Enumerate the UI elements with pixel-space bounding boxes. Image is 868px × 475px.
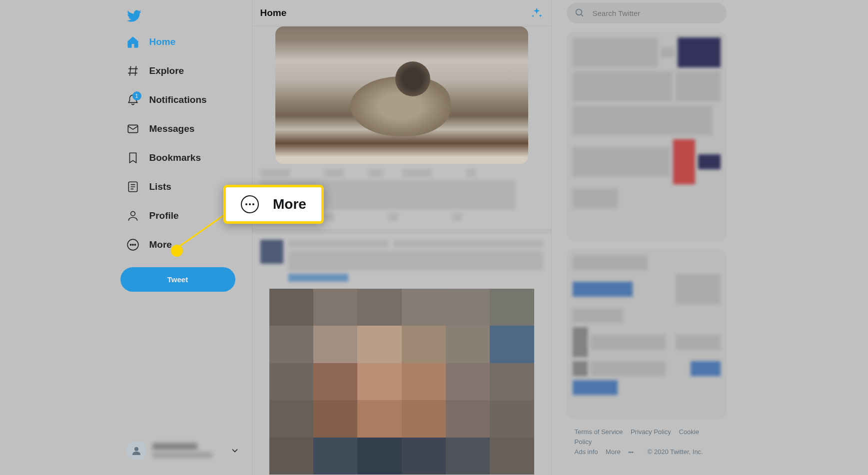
sidebar-item-notifications[interactable]: 1 Notifications — [120, 87, 213, 112]
nav-label-bookmarks: Bookmarks — [149, 152, 201, 163]
more-circle-icon — [126, 238, 139, 251]
main-header: Home — [252, 0, 551, 26]
home-icon — [126, 35, 139, 48]
dots-icon: ••• — [628, 448, 634, 458]
sidebar: Home Explore 1 Notifications Messa — [114, 0, 252, 475]
bird-icon — [126, 8, 141, 23]
callout-anchor-dot — [171, 245, 183, 257]
svg-point-5 — [132, 244, 133, 245]
footer-terms[interactable]: Terms of Service — [575, 428, 623, 436]
list-icon — [126, 180, 139, 193]
sidebar-item-explore[interactable]: Explore — [120, 58, 190, 83]
tweet-button[interactable]: Tweet — [120, 267, 235, 292]
follow-widget-redacted — [567, 249, 727, 419]
nav-label-notifications: Notifications — [149, 94, 207, 105]
tweet-2 — [252, 234, 551, 475]
sidebar-item-more[interactable]: More — [120, 232, 178, 257]
account-info — [152, 443, 230, 458]
nav-label-explore: Explore — [149, 65, 184, 76]
callout-more-highlight: More — [223, 185, 324, 224]
sidebar-item-bookmarks[interactable]: Bookmarks — [120, 145, 207, 170]
account-handle-redacted — [152, 452, 212, 458]
notification-badge: 1 — [132, 91, 141, 100]
tweet-image-dog[interactable] — [275, 26, 528, 164]
svg-rect-0 — [128, 125, 138, 132]
svg-point-4 — [130, 244, 131, 245]
account-switcher[interactable] — [120, 435, 246, 467]
tweet-avatar-redacted — [260, 240, 283, 264]
tweet-divider — [252, 229, 551, 234]
twitter-logo[interactable] — [120, 2, 145, 27]
sidebar-item-home[interactable]: Home — [120, 29, 182, 54]
trends-widget-redacted — [567, 31, 727, 241]
nav-label-profile: Profile — [149, 210, 179, 221]
avatar — [126, 441, 146, 461]
sparkle-icon[interactable] — [530, 6, 543, 19]
footer-privacy[interactable]: Privacy Policy — [631, 428, 671, 436]
right-column: Terms of Service Privacy Policy Cookie P… — [552, 0, 727, 475]
callout-label: More — [273, 196, 306, 212]
page-title: Home — [260, 7, 287, 18]
more-circle-icon — [241, 195, 259, 213]
bookmark-icon — [126, 151, 139, 164]
search-box[interactable] — [567, 2, 727, 23]
bell-icon: 1 — [126, 93, 139, 106]
chevron-down-icon — [230, 446, 240, 456]
search-icon — [575, 8, 585, 18]
nav-label-home: Home — [149, 36, 176, 47]
svg-point-6 — [134, 244, 135, 245]
svg-point-7 — [134, 447, 138, 451]
search-input[interactable] — [593, 9, 719, 17]
footer-links: Terms of Service Privacy Policy Cookie P… — [567, 427, 727, 458]
svg-point-2 — [130, 211, 135, 216]
tweet-image-person-redacted[interactable] — [269, 289, 534, 475]
hash-icon — [126, 64, 139, 77]
nav-label-more: More — [149, 239, 172, 250]
footer-copyright: © 2020 Twitter, Inc. — [648, 448, 703, 456]
account-name-redacted — [152, 443, 197, 450]
main-column: Home — [252, 0, 552, 475]
nav-label-messages: Messages — [149, 123, 195, 134]
footer-ads[interactable]: Ads info — [575, 448, 598, 456]
sidebar-item-messages[interactable]: Messages — [120, 116, 201, 141]
svg-point-8 — [576, 9, 582, 15]
person-icon — [126, 209, 139, 222]
footer-more[interactable]: More ••• — [606, 448, 640, 456]
nav-label-lists: Lists — [149, 181, 171, 192]
envelope-icon — [126, 122, 139, 135]
sidebar-item-lists[interactable]: Lists — [120, 174, 177, 199]
sidebar-item-profile[interactable]: Profile — [120, 203, 185, 228]
